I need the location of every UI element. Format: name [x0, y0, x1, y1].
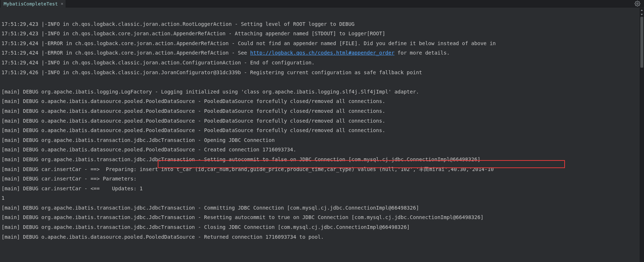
log-line: 17:51:29,424 |-ERROR in ch.qos.logback.c… — [1, 40, 496, 46]
log-line: [main] DEBUG o.apache.ibatis.datasource.… — [1, 108, 385, 114]
log-line: [main] DEBUG car.insertCar - <== Updates… — [1, 186, 143, 191]
log-line: 17:51:29,424 |-INFO in ch.qos.logback.cl… — [1, 60, 315, 66]
log-line: [main] DEBUG org.apache.ibatis.transacti… — [1, 156, 480, 162]
log-line: 17:51:29,423 |-INFO in ch.qos.logback.co… — [1, 31, 385, 36]
log-line: [main] DEBUG org.apache.ibatis.logging.L… — [1, 89, 419, 95]
console-output[interactable]: 17:51:29,423 |-INFO in ch.qos.logback.cl… — [0, 8, 644, 251]
log-line: [main] DEBUG car.insertCar - ==> Paramet… — [1, 176, 137, 182]
svg-point-0 — [637, 3, 638, 4]
log-line: [main] DEBUG org.apache.ibatis.transacti… — [1, 224, 410, 230]
tab-mybatis-complete-test[interactable]: MybatisCompleteTest ✕ — [1, 0, 66, 8]
gear-icon[interactable] — [635, 1, 640, 7]
appender-order-link[interactable]: http://logback.qos.ch/codes.html#appende… — [250, 50, 394, 56]
tab-title: MybatisCompleteTest — [4, 1, 58, 7]
log-line: 1 — [1, 195, 4, 201]
log-line: [main] DEBUG o.apache.ibatis.datasource.… — [1, 118, 385, 124]
log-line: [main] DEBUG org.apache.ibatis.transacti… — [1, 137, 275, 143]
log-line: [main] DEBUG car.insertCar - ==> Prepari… — [1, 166, 140, 172]
log-line: [main] DEBUG o.apache.ibatis.datasource.… — [1, 127, 385, 133]
tab-bar: MybatisCompleteTest ✕ — [0, 0, 644, 8]
log-line: 17:51:29,424 |-ERROR in ch.qos.logback.c… — [1, 50, 250, 56]
sql-preparing: insert into t_car (id,car_num,brand,guid… — [140, 166, 494, 172]
log-line: [main] DEBUG org.apache.ibatis.transacti… — [1, 214, 483, 220]
log-line: [main] DEBUG o.apache.ibatis.datasource.… — [1, 147, 296, 152]
log-line: [main] DEBUG org.apache.ibatis.transacti… — [1, 205, 419, 211]
log-line: 17:51:29,423 |-INFO in ch.qos.logback.cl… — [1, 21, 354, 27]
log-line: [main] DEBUG o.apache.ibatis.datasource.… — [1, 98, 385, 104]
close-icon[interactable]: ✕ — [61, 1, 63, 6]
log-line: 17:51:29,426 |-INFO in ch.qos.logback.cl… — [1, 70, 422, 75]
log-line: for more details. — [394, 50, 450, 56]
log-line: [main] DEBUG o.apache.ibatis.datasource.… — [1, 234, 324, 240]
